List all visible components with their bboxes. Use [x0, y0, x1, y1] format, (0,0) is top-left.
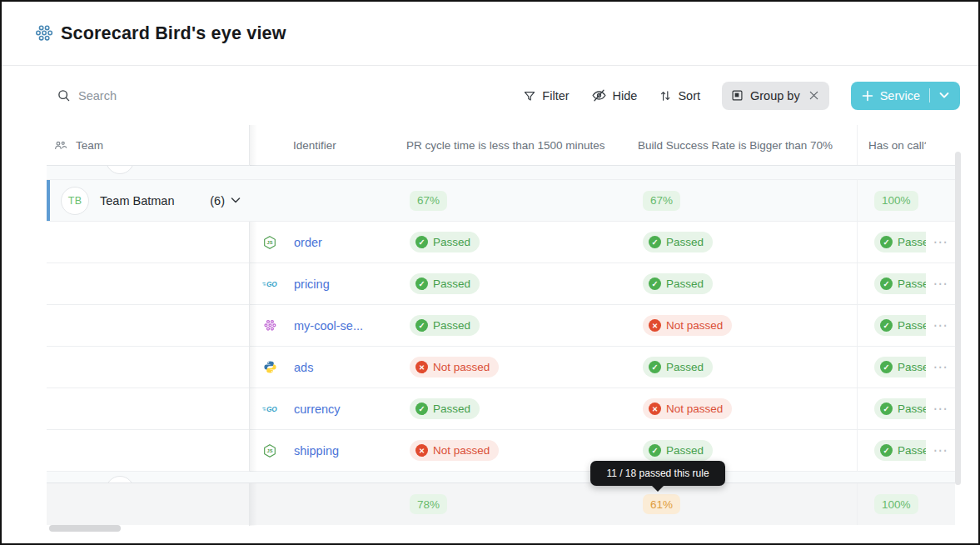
status-badge: Passed [874, 357, 926, 378]
column-header-pr-rule[interactable]: PR cycle time is less than 1500 minutes [401, 125, 624, 165]
aggregate-badge: 67% [643, 191, 680, 211]
status-icon [649, 319, 661, 332]
add-service-button[interactable]: Service [851, 82, 960, 110]
status-icon [649, 444, 661, 457]
table-row-shipping[interactable]: JS shipping Not passed Passed Passed ⋯ [47, 430, 955, 472]
status-icon [649, 278, 661, 290]
aggregate-badge: 67% [410, 191, 447, 211]
row-menu-button[interactable]: ⋯ [933, 402, 948, 416]
status-badge: Passed [643, 232, 713, 252]
table-row-order[interactable]: JS order Passed Passed Passed ⋯ [47, 222, 955, 263]
group-row-team-batman[interactable]: TB Team Batman (6) 67% 67% 100% [47, 180, 955, 222]
aggregate-badge: 78% [410, 494, 447, 514]
status-badge: Passed [874, 440, 926, 461]
row-menu-button[interactable]: ⋯ [933, 277, 948, 291]
column-header-identifier[interactable]: Identifier [249, 125, 401, 165]
eye-off-icon [591, 88, 607, 102]
horizontal-scrollbar[interactable] [49, 525, 121, 532]
sort-icon [659, 89, 672, 102]
status-icon [415, 402, 428, 415]
table-row-my-cool-service[interactable]: my-cool-se... Passed Not passed Passed ⋯ [47, 305, 955, 347]
service-link[interactable]: currency [294, 402, 341, 416]
sort-button[interactable]: Sort [659, 89, 700, 102]
svg-text:JS: JS [267, 240, 273, 245]
status-icon [649, 236, 661, 248]
filter-button[interactable]: Filter [523, 89, 569, 102]
group-aggregates-row[interactable]: 78% 61% 100% [47, 483, 955, 525]
avatar [106, 166, 134, 174]
partial-group-row-bottom [47, 472, 955, 483]
plus-icon [862, 90, 873, 102]
column-label-oncall-rule: Has on call? [868, 139, 926, 152]
service-link[interactable]: ads [294, 361, 313, 374]
hide-button[interactable]: Hide [591, 88, 638, 102]
vertical-scrollbar[interactable] [955, 152, 961, 485]
table-row-currency[interactable]: GO currency Passed Not passed Passed ⋯ [47, 388, 955, 430]
scorecard-cluster-icon [34, 24, 53, 43]
status-icon [880, 444, 893, 457]
service-link[interactable]: pricing [294, 278, 330, 291]
chevron-down-icon[interactable] [939, 92, 949, 99]
svg-text:GO: GO [266, 406, 277, 413]
status-icon [415, 361, 428, 373]
status-badge: Passed [874, 398, 926, 419]
row-menu-button[interactable]: ⋯ [933, 360, 948, 374]
status-icon [415, 278, 428, 290]
status-icon [649, 361, 661, 373]
team-icon [53, 138, 67, 152]
column-label-build-rule: Build Success Rate is Bigger than 70% [638, 139, 833, 152]
page-header: Scorecard Bird's eye view [2, 2, 978, 66]
filter-label: Filter [542, 89, 569, 102]
scorecard-table: Team Identifier PR cycle time is less th… [2, 125, 978, 525]
team-name: Team Batman [100, 194, 174, 208]
column-label-team: Team [76, 139, 103, 152]
scorecard-window: Scorecard Bird's eye view Filter [0, 0, 980, 545]
status-badge: Passed [410, 273, 480, 294]
table-row-pricing[interactable]: GO pricing Passed Passed Passed ⋯ [47, 263, 955, 305]
group-by-chip[interactable]: Group by [722, 82, 829, 110]
sort-label: Sort [678, 89, 700, 102]
column-header-team[interactable]: Team [47, 125, 249, 165]
status-badge: Not passed [410, 357, 499, 378]
status-icon [880, 319, 893, 332]
column-header-build-rule[interactable]: Build Success Rate is Bigger than 70% [624, 125, 857, 165]
search-box[interactable] [57, 88, 261, 102]
button-divider [929, 88, 930, 102]
status-badge: Not passed [643, 398, 732, 419]
group-by-icon [731, 89, 744, 102]
page-title: Scorecard Bird's eye view [61, 23, 286, 44]
svg-text:GO: GO [266, 281, 277, 288]
status-badge: Passed [643, 440, 713, 461]
rule-tooltip-text: 11 / 18 passed this rule [606, 468, 709, 479]
column-header-actions [926, 125, 955, 165]
search-input[interactable] [78, 89, 261, 102]
service-link[interactable]: order [294, 236, 322, 249]
column-label-identifier: Identifier [293, 139, 336, 152]
status-badge: Not passed [410, 440, 499, 461]
remove-group-by-button[interactable] [807, 88, 821, 102]
column-header-oncall-rule[interactable]: Has on call? [857, 125, 926, 165]
status-badge: Not passed [643, 315, 732, 336]
aggregate-badge: 61% [643, 494, 680, 514]
nodejs-icon: JS [262, 235, 277, 250]
table-header-row: Team Identifier PR cycle time is less th… [47, 125, 955, 166]
hide-label: Hide [613, 89, 638, 102]
toolbar: Filter Hide Sort [2, 66, 978, 125]
partial-group-row-top [47, 166, 955, 180]
status-badge: Passed [874, 315, 926, 336]
service-link[interactable]: my-cool-se... [294, 319, 363, 332]
go-icon: GO [262, 277, 277, 292]
service-link[interactable]: shipping [294, 444, 339, 458]
python-icon [262, 360, 277, 375]
collapse-group-button[interactable] [231, 197, 241, 204]
add-service-label: Service [880, 89, 920, 102]
search-icon [57, 88, 71, 102]
row-menu-button[interactable]: ⋯ [933, 318, 948, 332]
row-menu-button[interactable]: ⋯ [933, 443, 948, 458]
aggregate-badge: 100% [874, 191, 918, 211]
table-row-ads[interactable]: ads Not passed Passed Passed ⋯ [47, 347, 955, 388]
status-badge: Passed [410, 398, 480, 419]
nodejs-icon: JS [262, 443, 277, 458]
status-badge: Passed [874, 232, 926, 252]
row-menu-button[interactable]: ⋯ [933, 235, 948, 249]
